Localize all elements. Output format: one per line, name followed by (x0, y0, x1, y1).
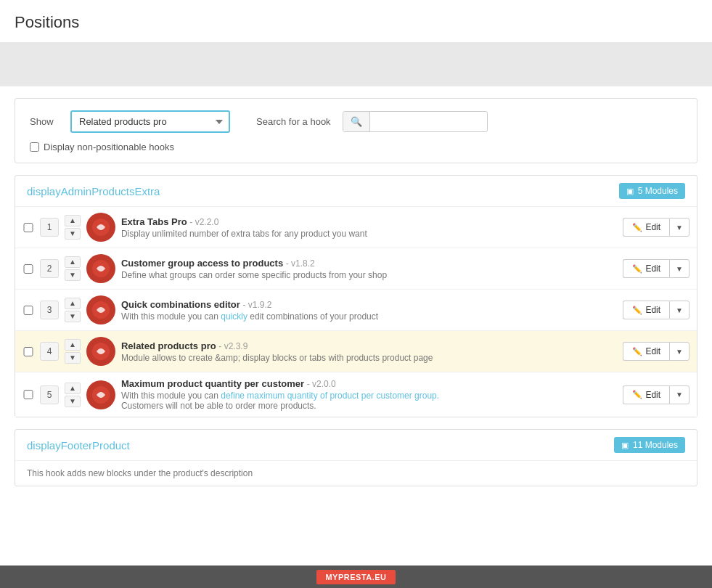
footer-badge-count: 11 Modules (633, 440, 678, 450)
module-icon-3 (86, 295, 115, 324)
module-version-5: - v2.0.0 (307, 379, 336, 389)
filter-row: Show Related products proAll modules Sea… (30, 110, 682, 133)
pencil-icon: ✏️ (632, 347, 642, 356)
edit-button-4[interactable]: ✏️ Edit (623, 342, 669, 361)
row-checkbox-4[interactable] (22, 347, 34, 356)
content-area: Show Related products proAll modules Sea… (0, 86, 712, 510)
arrow-col-1: ▲ ▼ (65, 215, 81, 240)
arrow-col-5: ▲ ▼ (65, 383, 81, 407)
table-row: 2 ▲ ▼ Customer group access to products (15, 248, 697, 290)
module-icon-1 (86, 213, 115, 242)
footer-modules-badge: ▣ 11 Modules (614, 437, 685, 453)
badge-icon: ▣ (621, 441, 629, 450)
action-group-1: ✏️ Edit ▼ (623, 218, 690, 237)
quickly-link[interactable]: quickly (221, 311, 247, 322)
module-name-2: Customer group access to products - v1.8… (121, 258, 618, 269)
show-label: Show (30, 116, 59, 127)
module-info-4: Related products pro - v2.3.9 Module all… (121, 340, 618, 363)
dropdown-button-4[interactable]: ▼ (669, 342, 690, 361)
module-desc-2: Define what groups can order some specif… (121, 270, 618, 280)
pencil-icon: ✏️ (632, 306, 642, 315)
footer-hook-header: displayFooterProduct ▣ 11 Modules (15, 430, 697, 461)
table-row: 3 ▲ ▼ Quick combinations editor - v1.9 (15, 290, 697, 331)
non-positionable-label[interactable]: Display non-positionable hooks (44, 142, 174, 152)
module-desc-5: With this module you can define maximum … (121, 391, 618, 411)
table-row: 4 ▲ ▼ Related products pro - v2.3.9 (15, 331, 697, 372)
dropdown-button-5[interactable]: ▼ (669, 385, 690, 404)
arrow-up-1[interactable]: ▲ (65, 215, 81, 226)
module-version-3: - v1.9.2 (243, 300, 272, 310)
badge-icon: ▣ (626, 187, 634, 196)
arrow-col-4: ▲ ▼ (65, 339, 81, 364)
dropdown-button-2[interactable]: ▼ (669, 259, 690, 278)
module-info-5: Maximum product quantity per customer - … (121, 378, 618, 411)
mypresta-badge: MYPRESTA.EU (316, 570, 395, 584)
arrow-down-2[interactable]: ▼ (65, 269, 81, 281)
action-group-4: ✏️ Edit ▼ (623, 342, 690, 361)
action-group-2: ✏️ Edit ▼ (623, 259, 690, 278)
badge-count: 5 Modules (638, 186, 678, 196)
action-group-5: ✏️ Edit ▼ (623, 385, 690, 404)
page-title: Positions (15, 13, 697, 32)
arrow-col-2: ▲ ▼ (65, 256, 81, 281)
arrow-up-2[interactable]: ▲ (65, 256, 81, 268)
arrow-down-3[interactable]: ▼ (65, 311, 81, 322)
filter-box: Show Related products proAll modules Sea… (15, 98, 697, 163)
arrow-col-3: ▲ ▼ (65, 298, 81, 322)
module-icon-5 (86, 380, 115, 409)
checkbox-row: Display non-positionable hooks (30, 142, 682, 152)
module-info-3: Quick combinations editor - v1.9.2 With … (121, 299, 618, 322)
arrow-down-1[interactable]: ▼ (65, 228, 81, 240)
edit-button-5[interactable]: ✏️ Edit (623, 385, 669, 404)
module-desc-1: Display unlimited number of extra tabs f… (121, 229, 618, 239)
row-number-2: 2 (40, 259, 59, 278)
top-bar: Positions (0, 0, 712, 43)
module-info-2: Customer group access to products - v1.8… (121, 258, 618, 280)
dropdown-button-3[interactable]: ▼ (669, 301, 690, 319)
module-version-2: - v1.8.2 (286, 258, 315, 269)
arrow-up-4[interactable]: ▲ (65, 339, 81, 351)
footer-hook-name-link[interactable]: displayFooterProduct (27, 439, 130, 452)
row-checkbox-1[interactable] (22, 223, 34, 232)
module-select[interactable]: Related products proAll modules (70, 110, 230, 133)
bottom-banner: MYPRESTA.EU (0, 565, 712, 588)
pencil-icon: ✏️ (632, 390, 642, 399)
hook-section-footer-product: displayFooterProduct ▣ 11 Modules This h… (15, 429, 697, 486)
define-link[interactable]: define maximum quantity of product per c… (221, 391, 439, 401)
module-version-1: - v2.2.0 (189, 217, 218, 227)
module-desc-4: Module allows to create &amp; display bl… (121, 353, 618, 363)
row-checkbox-5[interactable] (22, 390, 34, 399)
search-icon-button[interactable]: 🔍 (343, 112, 370, 131)
module-name-3: Quick combinations editor - v1.9.2 (121, 299, 618, 310)
row-checkbox-2[interactable] (22, 264, 34, 274)
arrow-up-3[interactable]: ▲ (65, 298, 81, 309)
module-info-1: Extra Tabs Pro - v2.2.0 Display unlimite… (121, 216, 618, 239)
dropdown-button-1[interactable]: ▼ (669, 218, 690, 237)
edit-button-3[interactable]: ✏️ Edit (623, 301, 669, 319)
row-number-4: 4 (40, 342, 59, 361)
search-hook-wrap: 🔍 (343, 111, 488, 132)
row-number-1: 1 (40, 218, 59, 237)
footer-hook-description: This hook adds new blocks under the prod… (15, 461, 697, 486)
module-icon-2 (86, 254, 115, 283)
row-checkbox-3[interactable] (22, 306, 34, 315)
hook-name-link[interactable]: displayAdminProductsExtra (27, 185, 160, 197)
edit-button-2[interactable]: ✏️ Edit (623, 259, 669, 278)
table-row: 5 ▲ ▼ Maximum product quantity per custo… (15, 372, 697, 417)
pencil-icon: ✏️ (632, 264, 642, 274)
module-name-4: Related products pro - v2.3.9 (121, 340, 618, 351)
arrow-down-5[interactable]: ▼ (65, 396, 81, 407)
action-group-3: ✏️ Edit ▼ (623, 301, 690, 319)
arrow-up-5[interactable]: ▲ (65, 383, 81, 394)
search-hook-input[interactable] (370, 112, 486, 131)
hook-header: displayAdminProductsExtra ▣ 5 Modules (15, 176, 697, 207)
pencil-icon: ✏️ (632, 223, 642, 232)
modules-badge: ▣ 5 Modules (619, 183, 685, 199)
edit-button-1[interactable]: ✏️ Edit (623, 218, 669, 237)
hook-section-admin-products-extra: displayAdminProductsExtra ▣ 5 Modules 1 … (15, 175, 697, 417)
module-name-1: Extra Tabs Pro - v2.2.0 (121, 216, 618, 227)
arrow-down-4[interactable]: ▼ (65, 352, 81, 364)
page-wrapper: Positions Show Related products proAll m… (0, 0, 712, 588)
module-desc-3: With this module you can quickly edit co… (121, 311, 618, 322)
non-positionable-checkbox[interactable] (30, 142, 39, 152)
